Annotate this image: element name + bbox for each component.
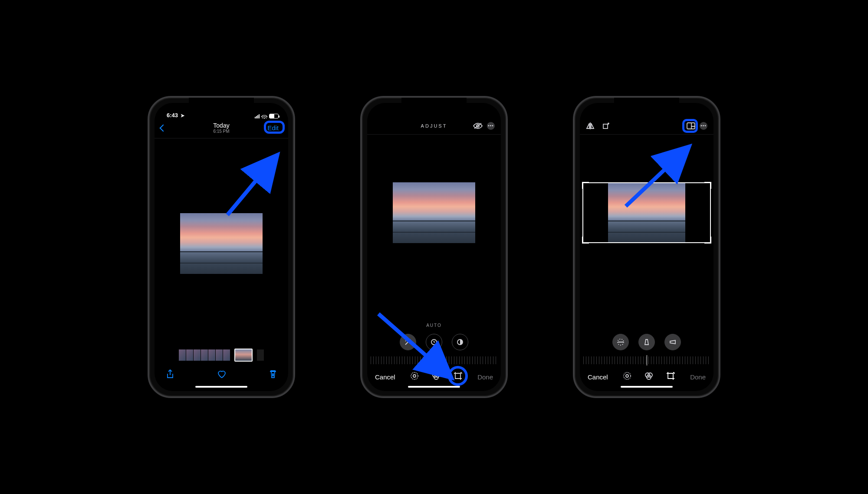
crop-tab-icon[interactable] <box>666 371 675 382</box>
battery-icon <box>269 114 279 119</box>
status-bar <box>367 103 501 119</box>
thumbnail-scrubber[interactable] <box>155 349 288 365</box>
cancel-button[interactable]: Cancel <box>588 373 608 381</box>
status-bar <box>580 103 713 119</box>
thumbnail[interactable] <box>194 349 201 361</box>
done-button[interactable]: Done <box>690 373 706 381</box>
photo-image <box>393 182 475 243</box>
power-button <box>720 183 720 217</box>
status-bar: 6:43 ➤ <box>155 103 288 119</box>
screen: 6:43 ➤ Today 6:15 PM Edit <box>155 103 288 391</box>
thumbnail-selected[interactable] <box>234 349 253 362</box>
header-subtitle: 6:15 PM <box>185 129 258 134</box>
photo-image <box>608 183 685 242</box>
power-button <box>295 183 295 217</box>
filters-tab-icon[interactable] <box>431 371 441 382</box>
crop-handle-br[interactable] <box>704 237 711 244</box>
photo-detail-header: Today 6:15 PM Edit <box>155 119 288 138</box>
done-button[interactable]: Done <box>477 373 493 381</box>
volume-down <box>148 206 148 230</box>
phone-2: ADJUST AUTO <box>360 96 508 398</box>
svg-point-15 <box>624 372 631 379</box>
status-right <box>255 114 279 119</box>
edit-header: ADJUST <box>367 119 501 135</box>
thumbnail[interactable] <box>208 349 215 361</box>
crop-handle-tl[interactable] <box>582 182 589 189</box>
cellular-signal-icon <box>255 114 260 119</box>
trash-icon[interactable] <box>269 369 277 381</box>
thumbnail[interactable] <box>223 349 230 361</box>
svg-rect-11 <box>603 124 608 128</box>
aspect-ratio-icon[interactable] <box>687 122 695 129</box>
straighten-icon[interactable] <box>612 334 629 350</box>
crop-handle-bl[interactable] <box>582 237 589 244</box>
svg-point-5 <box>411 372 418 379</box>
adjust-tab-icon[interactable] <box>410 371 419 382</box>
auto-enhance-icon[interactable] <box>400 334 416 350</box>
adjust-tab-icon[interactable] <box>622 371 632 382</box>
thumbnail[interactable] <box>201 349 208 361</box>
photo-toolbar <box>155 365 288 383</box>
volume-up <box>360 178 361 201</box>
cancel-button[interactable]: Cancel <box>375 373 395 381</box>
edit-mode-label: ADJUST <box>398 123 470 128</box>
status-time: 6:43 <box>167 112 178 119</box>
flip-horizontal-icon[interactable] <box>586 122 595 130</box>
thumbnail[interactable] <box>257 349 264 361</box>
edit-bottom-bar: Cancel Done <box>580 367 713 383</box>
filters-tab-icon[interactable] <box>644 371 654 382</box>
adjust-tool-label: AUTO <box>367 323 501 328</box>
phone-1: 6:43 ➤ Today 6:15 PM Edit <box>148 96 295 398</box>
thumbnail[interactable] <box>186 349 193 361</box>
crop-header <box>580 119 713 135</box>
phone-3: Cancel Done <box>573 96 720 398</box>
screen: Cancel Done <box>580 103 713 391</box>
photo-canvas[interactable] <box>367 135 501 291</box>
mute-switch <box>360 158 361 171</box>
wifi-icon <box>261 114 267 119</box>
adjust-slider[interactable] <box>371 356 497 364</box>
exposure-icon[interactable] <box>426 334 442 350</box>
crop-tab-icon[interactable] <box>453 371 463 382</box>
share-icon[interactable] <box>166 369 174 381</box>
crop-frame[interactable] <box>582 182 711 243</box>
volume-down <box>573 206 573 230</box>
vertical-perspective-icon[interactable] <box>638 334 655 350</box>
thumbnail[interactable] <box>216 349 223 361</box>
photo-canvas[interactable] <box>155 138 288 349</box>
rotate-icon[interactable] <box>602 122 609 130</box>
crop-canvas[interactable] <box>580 135 713 291</box>
adjust-presets-row <box>367 334 501 350</box>
svg-point-6 <box>413 375 416 377</box>
edit-button[interactable]: Edit <box>264 122 282 133</box>
markup-visibility-icon[interactable] <box>473 122 483 129</box>
home-indicator[interactable] <box>621 386 673 388</box>
clock: 6:43 ➤ <box>167 112 184 119</box>
home-indicator[interactable] <box>195 386 247 388</box>
mute-switch <box>573 158 573 171</box>
mute-switch <box>148 158 148 171</box>
brilliance-icon[interactable] <box>452 334 468 350</box>
volume-up <box>148 178 148 201</box>
screen: ADJUST AUTO <box>367 103 501 391</box>
header-title: Today <box>185 122 258 129</box>
horizontal-perspective-icon[interactable] <box>664 334 681 350</box>
volume-down <box>360 206 361 230</box>
crop-tool-row <box>580 334 713 350</box>
svg-rect-12 <box>687 123 695 129</box>
thumbnail[interactable] <box>179 349 186 361</box>
crop-handle-tr[interactable] <box>704 182 711 189</box>
favorite-heart-icon[interactable] <box>217 370 227 380</box>
svg-point-16 <box>626 375 628 377</box>
more-options-icon[interactable] <box>700 122 707 130</box>
location-services-icon: ➤ <box>181 113 184 119</box>
volume-up <box>573 178 573 201</box>
photo-image <box>180 213 263 274</box>
edit-bottom-bar: Cancel Done <box>367 367 501 383</box>
power-button <box>507 183 508 217</box>
more-options-icon[interactable] <box>487 122 495 130</box>
back-button[interactable] <box>160 124 167 132</box>
straighten-slider[interactable] <box>583 356 710 364</box>
home-indicator[interactable] <box>408 386 460 388</box>
